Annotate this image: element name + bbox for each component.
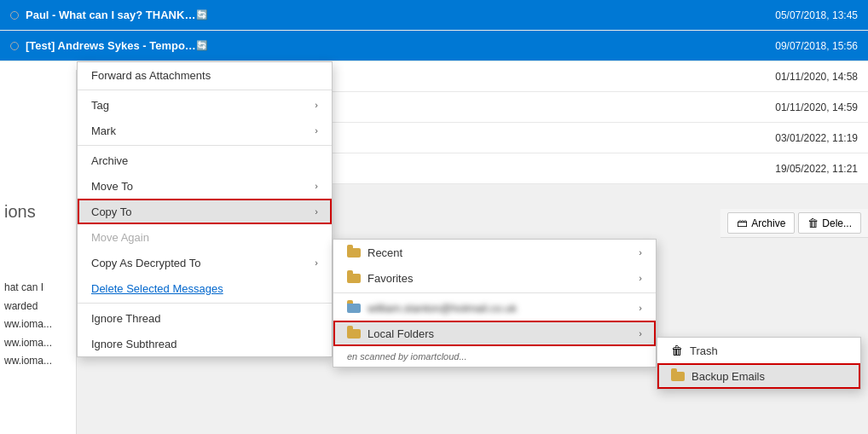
- menu-label: william.stanton@hotmail.co.uk: [367, 302, 517, 315]
- folder-icon: [347, 274, 361, 283]
- submenu-arrow: ›: [315, 100, 318, 110]
- menu-label: Favorites: [367, 272, 413, 285]
- menu-item-ignore-subthread[interactable]: Ignore Subthread: [78, 331, 332, 356]
- partial-text: ions: [4, 202, 36, 222]
- menu-label: Tag: [91, 99, 109, 112]
- submenu-arrow: ›: [639, 303, 642, 313]
- status-dot: [10, 42, 19, 50]
- menu-label: Trash: [690, 344, 718, 357]
- menu-label: Copy As Decrypted To: [91, 257, 200, 269]
- menu-item-copy-to[interactable]: Copy To ›: [78, 199, 332, 224]
- shared-account-icon: [347, 304, 361, 313]
- menu-item-recent[interactable]: Recent ›: [333, 240, 656, 265]
- menu-label: Move Again: [91, 231, 149, 244]
- menu-item-ignore-thread[interactable]: Ignore Thread: [78, 305, 332, 331]
- body-line: ww.ioma...: [4, 352, 52, 371]
- left-panel: ions hat can I warded ww.ioma... ww.ioma…: [0, 70, 77, 434]
- submenu-arrow: ›: [315, 181, 318, 191]
- body-line: ww.ioma...: [4, 315, 52, 334]
- email-subject: Paul - What can I say? THANK YOU! :D: [26, 9, 196, 21]
- body-line: ww.ioma...: [4, 334, 52, 353]
- folder-icon: [671, 372, 685, 381]
- menu-item-mark[interactable]: Mark ›: [78, 118, 332, 143]
- menu-item-trash[interactable]: 🗑 Trash: [657, 338, 860, 363]
- delete-button[interactable]: 🗑 Dele...: [798, 212, 861, 234]
- archive-icon: 🗃: [737, 217, 748, 229]
- submenu-arrow: ›: [639, 247, 642, 258]
- toolbar: 🗃 Archive 🗑 Dele...: [720, 209, 868, 238]
- menu-item-forward-attachments[interactable]: Forward as Attachments: [78, 62, 332, 88]
- menu-item-delete-selected[interactable]: Delete Selected Messages: [78, 275, 332, 301]
- delete-label: Dele...: [822, 217, 852, 229]
- menu-label: Mark: [91, 124, 116, 137]
- submenu-arrow: ›: [639, 273, 642, 283]
- body-text: hat can I warded ww.ioma... ww.ioma... w…: [4, 279, 52, 371]
- menu-separator: [78, 303, 332, 304]
- menu-item-tag[interactable]: Tag ›: [78, 92, 332, 118]
- menu-label: Archive: [91, 154, 128, 167]
- menu-item-favorites[interactable]: Favorites ›: [333, 265, 656, 291]
- email-row[interactable]: [Test] Andrews Sykes - Temporary Cooling…: [0, 31, 868, 61]
- folder-icon: [347, 248, 361, 258]
- menu-item-backup-emails[interactable]: Backup Emails: [657, 363, 860, 389]
- menu-label: Forward as Attachments: [91, 69, 211, 82]
- context-menu-1: Forward as Attachments Tag › Mark › Arch…: [77, 61, 333, 357]
- menu-label: Backup Emails: [692, 370, 765, 383]
- menu-item-move-again[interactable]: Move Again: [78, 224, 332, 250]
- email-date: 09/07/2018, 15:56: [775, 40, 858, 52]
- menu-separator: [78, 90, 332, 90]
- folder-icon: [347, 329, 361, 339]
- email-row[interactable]: Paul - What can I say? THANK YOU! :D 🔄 0…: [0, 0, 868, 31]
- submenu-arrow: ›: [639, 328, 642, 339]
- menu-item-move-to[interactable]: Move To ›: [78, 173, 332, 199]
- sync-icon: 🔄: [196, 9, 208, 20]
- status-dot: [10, 11, 19, 20]
- menu-item-copy-decrypted[interactable]: Copy As Decrypted To ›: [78, 250, 332, 275]
- body-line: warded: [4, 298, 52, 316]
- email-date: 01/11/2020, 14:58: [775, 71, 858, 83]
- menu-label: Local Folders: [367, 327, 434, 340]
- menu-label: Recent: [367, 246, 402, 259]
- menu-label: Move To: [91, 180, 133, 193]
- context-menu-2: Recent › Favorites › william.stanton@hot…: [333, 239, 657, 367]
- email-date: 05/07/2018, 13:45: [775, 9, 858, 21]
- menu-label: Ignore Subthread: [91, 338, 176, 350]
- submenu-arrow: ›: [315, 206, 318, 217]
- email-date: 01/11/2020, 14:59: [775, 101, 858, 113]
- sync-icon: 🔄: [196, 40, 208, 51]
- context-menu-3: 🗑 Trash Backup Emails: [657, 337, 861, 390]
- menu-label: Delete Selected Messages: [91, 282, 223, 295]
- archive-label: Archive: [751, 217, 785, 229]
- submenu-arrow: ›: [315, 125, 318, 136]
- email-date: 03/01/2022, 11:19: [775, 132, 858, 144]
- scan-notice: en scanned by iomartcloud...: [333, 346, 656, 367]
- submenu-arrow: ›: [315, 258, 318, 268]
- menu-item-email-account[interactable]: william.stanton@hotmail.co.uk ›: [333, 295, 656, 321]
- email-date: 19/05/2022, 11:21: [775, 163, 858, 175]
- menu-item-local-folders[interactable]: Local Folders ›: [333, 321, 656, 346]
- email-subject: [Test] Andrews Sykes - Temporary Cooling…: [26, 39, 196, 52]
- trash-icon: 🗑: [807, 217, 819, 229]
- archive-button[interactable]: 🗃 Archive: [727, 212, 795, 234]
- trash-icon: 🗑: [671, 344, 683, 357]
- menu-item-archive[interactable]: Archive: [78, 148, 332, 173]
- menu-separator: [78, 145, 332, 146]
- menu-label: Ignore Thread: [91, 312, 160, 325]
- menu-separator: [333, 292, 656, 293]
- menu-label: Copy To: [91, 205, 131, 218]
- body-line: hat can I: [4, 279, 52, 298]
